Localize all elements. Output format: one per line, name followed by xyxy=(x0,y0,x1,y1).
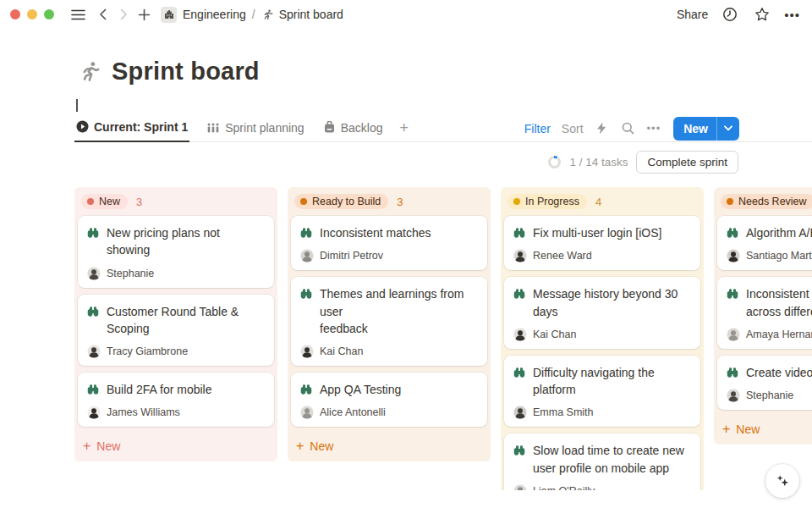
page-title[interactable]: Sprint board xyxy=(112,58,260,86)
new-task-button[interactable]: New xyxy=(673,117,739,141)
sidebar-toggle-icon[interactable] xyxy=(68,4,88,25)
new-task-label[interactable]: New xyxy=(673,117,716,141)
text-cursor xyxy=(76,99,78,112)
task-card[interactable]: Fix multi-user login [iOS] Renee Ward xyxy=(504,216,700,270)
column-count: 4 xyxy=(595,196,601,208)
view-options-icon[interactable]: ••• xyxy=(647,122,661,135)
column-header: Needs Review xyxy=(717,192,812,216)
close-window-button[interactable] xyxy=(10,9,20,19)
task-card[interactable]: Build 2FA for mobile James Williams xyxy=(78,373,274,427)
breadcrumb-page[interactable]: Sprint board xyxy=(261,8,343,21)
binoculars-icon xyxy=(86,226,100,240)
avatar xyxy=(300,345,314,358)
ai-assistant-button[interactable] xyxy=(765,464,799,498)
status-pill[interactable]: Needs Review xyxy=(721,194,812,209)
window-controls[interactable] xyxy=(10,9,54,19)
task-title: Customer Round Table & Scoping xyxy=(107,303,239,338)
task-card[interactable]: App QA Testing Alice Antonelli xyxy=(291,373,487,427)
binoculars-icon xyxy=(726,366,739,379)
assignee-name: James Williams xyxy=(107,406,180,418)
binoculars-icon xyxy=(299,226,313,240)
avatar xyxy=(300,249,314,262)
assignee-name: Renee Ward xyxy=(533,250,592,262)
task-card[interactable]: Message history beyond 30 days Kai Chan xyxy=(504,277,700,349)
task-card[interactable]: Inconsistent matches Dimitri Petrov xyxy=(291,216,487,270)
assignee-name: Alice Antonelli xyxy=(320,406,386,418)
task-card[interactable]: Inconsistent u across differe Amaya Hern… xyxy=(717,277,812,349)
add-card-button[interactable]: +New xyxy=(291,433,487,455)
favorite-star-icon[interactable] xyxy=(752,4,772,25)
play-circle-icon xyxy=(76,120,89,133)
task-card[interactable]: Slow load time to create new user profil… xyxy=(504,433,700,490)
task-card[interactable]: Difficulty navigating the platform Emma … xyxy=(504,356,700,428)
chevron-down-icon[interactable] xyxy=(717,117,739,141)
updates-clock-icon[interactable] xyxy=(720,4,740,25)
column-header: In Progress 4 xyxy=(504,192,700,216)
binoculars-icon xyxy=(299,383,313,396)
task-title: Inconsistent u across differe xyxy=(746,285,812,320)
automation-bolt-icon[interactable] xyxy=(595,121,610,136)
filter-button[interactable]: Filter xyxy=(524,122,551,135)
add-card-button[interactable]: +New xyxy=(717,417,812,438)
column-header: Ready to Build 3 xyxy=(291,192,487,216)
avatar xyxy=(513,249,527,262)
plus-icon: + xyxy=(722,422,730,436)
sparkles-icon xyxy=(774,472,791,489)
assignee-name: Dimitri Petrov xyxy=(320,250,383,262)
binoculars-icon xyxy=(726,287,739,301)
board-column-in-progress: In Progress 4 Fix multi-user login [iOS]… xyxy=(501,187,704,490)
sort-button[interactable]: Sort xyxy=(562,122,584,135)
binoculars-icon xyxy=(513,287,526,301)
share-button[interactable]: Share xyxy=(677,8,708,21)
assignee-name: Liam O'Reilly xyxy=(533,485,595,490)
assignee-name: Amaya Hernande xyxy=(746,329,812,340)
breadcrumb-workspace[interactable]: Engineering xyxy=(183,8,246,21)
tab-current-sprint[interactable]: Current: Sprint 1 xyxy=(74,120,189,142)
add-card-button[interactable]: +New xyxy=(78,433,274,455)
task-title: Create video g xyxy=(746,364,812,381)
backpack-icon xyxy=(323,121,336,134)
avatar xyxy=(727,389,740,402)
tab-backlog[interactable]: Backlog xyxy=(321,121,385,141)
task-title: Message history beyond 30 days xyxy=(533,285,678,320)
search-icon[interactable] xyxy=(621,121,636,136)
task-card[interactable]: New pricing plans not showing Stephanie xyxy=(78,216,274,288)
minimize-window-button[interactable] xyxy=(27,9,37,19)
forward-icon[interactable] xyxy=(113,4,134,25)
zoom-window-button[interactable] xyxy=(44,9,54,19)
board-column-needs-review: Needs Review Algorithm A/B Santiago Mart… xyxy=(714,187,812,444)
avatar xyxy=(87,345,101,358)
back-icon[interactable] xyxy=(93,4,113,25)
status-pill[interactable]: New xyxy=(81,194,128,209)
workspace-building-icon[interactable] xyxy=(161,7,177,23)
complete-sprint-button[interactable]: Complete sprint xyxy=(636,151,738,174)
status-pill[interactable]: Ready to Build xyxy=(294,194,388,209)
avatar xyxy=(513,328,527,341)
assignee-name: Santiago Martine xyxy=(746,250,812,262)
task-title: App QA Testing xyxy=(320,381,401,398)
add-view-icon[interactable]: + xyxy=(399,119,409,137)
view-tabs-bar: Current: Sprint 1 Sprint planning Backlo… xyxy=(74,113,812,142)
task-title: Themes and learnings from user feedback xyxy=(320,285,477,337)
task-title: Slow load time to create new user profil… xyxy=(533,442,684,477)
task-card[interactable]: Themes and learnings from user feedback … xyxy=(291,277,487,366)
avatar xyxy=(727,249,740,262)
status-pill[interactable]: In Progress xyxy=(508,194,587,209)
more-options-icon[interactable]: ••• xyxy=(784,8,800,22)
tab-sprint-planning[interactable]: Sprint planning xyxy=(205,121,305,141)
sprint-progress-label: 1 / 14 tasks xyxy=(569,156,628,168)
page-runner-icon[interactable] xyxy=(78,60,102,84)
task-card[interactable]: Customer Round Table & Scoping Tracy Gia… xyxy=(78,295,274,367)
board-column-new: New 3 New pricing plans not showing Step… xyxy=(74,187,277,461)
task-card[interactable]: Algorithm A/B Santiago Martine xyxy=(717,216,812,270)
sprint-status-row: 1 / 14 tasks Complete sprint xyxy=(0,151,738,174)
new-page-icon[interactable] xyxy=(134,4,154,25)
task-card[interactable]: Create video g Stephanie xyxy=(717,356,812,410)
assignee-name: Kai Chan xyxy=(533,329,576,340)
binoculars-icon xyxy=(726,226,739,240)
task-title: Difficulty navigating the platform xyxy=(533,364,655,399)
assignee-name: Stephanie xyxy=(107,268,154,279)
avatar xyxy=(87,406,101,419)
assignee-name: Kai Chan xyxy=(320,345,363,357)
status-dot-icon xyxy=(727,198,733,205)
